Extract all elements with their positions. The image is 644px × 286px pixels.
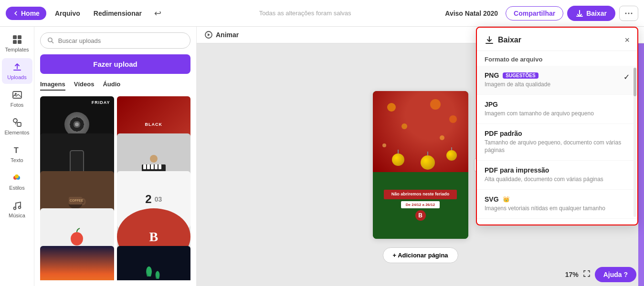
sidebar-item-musica[interactable]: Música — [2, 196, 32, 222]
logo-circle: B — [415, 210, 426, 221]
tab-audio[interactable]: Áudio — [103, 81, 120, 91]
png-check-icon: ✓ — [623, 72, 630, 82]
svg-rect-4 — [18, 35, 21, 39]
svg-point-0 — [625, 12, 627, 14]
expand-icon — [582, 269, 591, 278]
svg-rect-22 — [155, 164, 158, 169]
top-nav: Home Arquivo Redimensionar ↩ Todas as al… — [0, 0, 644, 27]
upload-icon — [12, 62, 22, 72]
sidebar-item-estilos[interactable]: Estilos — [2, 169, 32, 194]
main-text-box: Não abriremos neste feriado — [384, 190, 457, 199]
png-name: PNG — [485, 72, 499, 79]
png-badge: SUGESTÕES — [503, 72, 538, 79]
format-name-jpg: JPG — [485, 101, 630, 108]
jpg-desc: Imagem com tamanho de arquivo pequeno — [485, 110, 630, 118]
styles-icon — [12, 173, 22, 183]
sidebar-item-label: Elementos — [5, 130, 30, 135]
sidebar-item-templates[interactable]: Templates — [2, 31, 32, 56]
animate-icon — [204, 31, 213, 39]
redimensionar-menu[interactable]: Redimensionar — [89, 7, 147, 20]
svg-rect-19 — [143, 164, 146, 169]
left-panel: Fazer upload Imagens Vídeos Áudio FRIDAY… — [34, 27, 197, 286]
animate-label: Animar — [216, 31, 239, 39]
svg-point-8 — [15, 93, 17, 95]
sidebar-item-label: Templates — [5, 47, 29, 52]
download-button[interactable]: Baixar — [567, 6, 615, 21]
format-item-pdf-print[interactable]: PDF para impressão Alta qualidade, docum… — [477, 161, 637, 190]
sidebar-item-label: Música — [9, 213, 25, 218]
ornament — [421, 152, 435, 168]
upload-button[interactable]: Fazer upload — [40, 54, 190, 74]
format-section-label: Formato de arquivo — [477, 51, 637, 66]
right-accent — [638, 43, 644, 286]
pdf-print-desc: Alta qualidade, documento com várias pág… — [485, 175, 630, 184]
grid-icon — [12, 34, 22, 45]
pdf-standard-desc: Tamanho de arquivo pequeno, documento co… — [485, 139, 630, 155]
download-panel: Baixar × Formato de arquivo PNG SUGESTÕE… — [476, 27, 638, 225]
canvas-area: Animar — [197, 27, 644, 286]
svg-point-2 — [631, 12, 633, 14]
sidebar-item-texto[interactable]: T Texto — [2, 141, 32, 167]
svg-rect-5 — [13, 40, 17, 44]
scrollbar-thumb[interactable] — [633, 68, 636, 96]
svg-point-28 — [71, 232, 83, 245]
media-item[interactable] — [117, 246, 191, 280]
add-page-button[interactable]: + Adicionar página — [382, 247, 458, 263]
search-bar — [40, 32, 190, 49]
elements-icon — [12, 117, 22, 128]
sidebar-item-uploads[interactable]: Uploads — [2, 58, 32, 84]
animate-button[interactable]: Animar — [204, 31, 239, 39]
text-icon: T — [12, 145, 22, 155]
format-item-svg[interactable]: SVG 👑 Imagens vetoriais nítidas em qualq… — [477, 190, 637, 219]
share-button[interactable]: Compartilhar — [506, 6, 563, 20]
format-item-jpg[interactable]: JPG Imagem com tamanho de arquivo pequen… — [477, 95, 637, 124]
media-grid: FRIDAY BLACK — [40, 96, 190, 280]
design-card[interactable]: Não abriremos neste feriado De 24/12 a 2… — [373, 91, 468, 239]
search-input[interactable] — [58, 37, 183, 44]
format-list: PNG SUGESTÕES Imagem de alta qualidade ✓… — [477, 66, 637, 219]
bottom-bar: 17% Ajuda ? — [197, 263, 644, 286]
svg-point-15 — [13, 207, 16, 210]
format-info-jpg: JPG Imagem com tamanho de arquivo pequen… — [485, 101, 630, 118]
format-name-pdf-standard: PDF padrão — [485, 130, 630, 137]
main-layout: Templates Uploads Fotos Elementos T Text… — [0, 27, 644, 286]
close-panel-button[interactable]: × — [624, 36, 630, 44]
search-icon — [47, 37, 54, 44]
format-item-pdf-standard[interactable]: PDF padrão Tamanho de arquivo pequeno, d… — [477, 124, 637, 161]
png-desc: Imagem de alta qualidade — [485, 81, 623, 89]
format-info-pdf-print: PDF para impressão Alta qualidade, docum… — [485, 166, 630, 184]
media-item[interactable] — [40, 246, 114, 280]
sidebar-item-label: Texto — [11, 157, 23, 163]
svg-point-16 — [18, 206, 21, 209]
scrollbar-track — [633, 68, 636, 217]
more-options-button[interactable] — [619, 6, 638, 21]
svg-desc: Imagens vetoriais nítidas em qualquer ta… — [485, 204, 630, 213]
arquivo-menu[interactable]: Arquivo — [50, 7, 85, 20]
svg-name: SVG — [485, 195, 499, 203]
date-box: De 24/12 a 26/12 — [401, 201, 440, 208]
download-icon — [576, 10, 583, 17]
ornament — [446, 147, 457, 160]
panel-title-text: Baixar — [498, 36, 521, 44]
help-button[interactable]: Ajuda ? — [595, 267, 636, 282]
zoom-level: 17% — [565, 271, 579, 278]
home-button[interactable]: Home — [6, 7, 46, 20]
download-panel-title: Baixar — [485, 35, 521, 45]
add-page-area: + Adicionar página — [382, 240, 458, 263]
sidebar-item-elementos[interactable]: Elementos — [2, 113, 32, 139]
design-wrapper: Não abriremos neste feriado De 24/12 a 2… — [373, 91, 468, 239]
format-name-pdf-print: PDF para impressão — [485, 166, 630, 174]
music-icon — [12, 200, 22, 211]
pdf-print-name: PDF para impressão — [485, 166, 549, 174]
format-item-png[interactable]: PNG SUGESTÕES Imagem de alta qualidade ✓ — [477, 66, 637, 95]
svg-point-14 — [15, 174, 19, 178]
svg-text:COFFEE: COFFEE — [70, 199, 84, 202]
design-card-image: Não abriremos neste feriado De 24/12 a 2… — [373, 91, 468, 239]
tab-imagens[interactable]: Imagens — [40, 81, 65, 91]
jpg-name: JPG — [485, 101, 498, 108]
sidebar-item-fotos[interactable]: Fotos — [2, 86, 32, 112]
expand-button[interactable] — [582, 269, 591, 280]
saved-status: Todas as alterações foram salvas — [169, 10, 441, 17]
undo-button[interactable]: ↩ — [150, 5, 165, 21]
tab-videos[interactable]: Vídeos — [74, 81, 95, 91]
